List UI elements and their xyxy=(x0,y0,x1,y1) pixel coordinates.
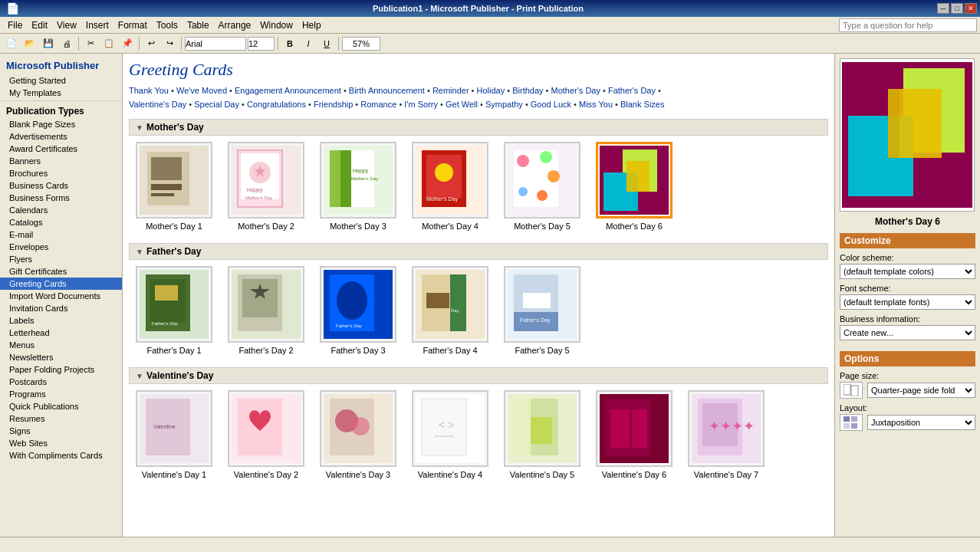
link-birthday[interactable]: Birthday xyxy=(512,86,543,95)
save-btn[interactable]: 💾 xyxy=(40,35,57,52)
template-valentines-3[interactable]: Valentine's Day 3 xyxy=(316,390,400,479)
link-friendship[interactable]: Friendship xyxy=(314,100,353,109)
sidebar-item-signs[interactable]: Signs xyxy=(0,425,122,437)
link-fathers-day[interactable]: Father's Day xyxy=(608,86,656,95)
sidebar-item-business-forms[interactable]: Business Forms xyxy=(0,192,122,204)
link-thankyou[interactable]: Thank You xyxy=(129,86,169,95)
menu-window[interactable]: Window xyxy=(255,18,298,32)
template-valentines-2[interactable]: Valentine's Day 2 xyxy=(224,390,308,479)
sidebar-item-paper-folding[interactable]: Paper Folding Projects xyxy=(0,363,122,376)
close-button[interactable]: ✕ xyxy=(965,3,977,14)
sidebar-item-web-sites[interactable]: Web Sites xyxy=(0,437,122,449)
print-btn[interactable]: 🖨 xyxy=(58,35,75,52)
font-name-input[interactable] xyxy=(185,37,246,51)
underline-btn[interactable]: U xyxy=(318,35,335,52)
template-mothers-day-5[interactable]: Mother's Day 5 xyxy=(500,142,584,231)
sidebar-item-postcards[interactable]: Postcards xyxy=(0,376,122,388)
menu-table[interactable]: Table xyxy=(183,18,214,32)
sidebar-item-letterhead[interactable]: Letterhead xyxy=(0,327,122,339)
link-reminder[interactable]: Reminder xyxy=(432,86,469,95)
sidebar-item-catalogs[interactable]: Catalogs xyxy=(0,216,122,228)
sidebar-item-my-templates[interactable]: My Templates xyxy=(0,87,122,99)
link-engagement[interactable]: Engagement Announcement xyxy=(235,86,341,95)
cut-btn[interactable]: ✂ xyxy=(82,35,99,52)
sidebar-item-newsletters[interactable]: Newsletters xyxy=(0,351,122,363)
sidebar-item-award-certificates[interactable]: Award Certificates xyxy=(0,143,122,155)
link-good-luck[interactable]: Good Luck xyxy=(531,100,571,109)
template-fathers-day-2[interactable]: Father's Day 2 xyxy=(224,266,308,355)
sidebar-item-invitation-cards[interactable]: Invitation Cards xyxy=(0,302,122,314)
sidebar-item-menus[interactable]: Menus xyxy=(0,339,122,351)
sidebar-item-banners[interactable]: Banners xyxy=(0,155,122,167)
template-valentines-5[interactable]: Valentine's Day 5 xyxy=(500,390,584,479)
template-fathers-day-3[interactable]: Father's Day Father's Day 3 xyxy=(316,266,400,355)
template-valentines-7[interactable]: ✦✦✦✦ Valentine's Day 7 xyxy=(684,390,768,479)
template-fathers-day-5[interactable]: Father's Day Father's Day 5 xyxy=(500,266,584,355)
sidebar-item-business-cards[interactable]: Business Cards xyxy=(0,179,122,192)
link-im-sorry[interactable]: I'm Sorry xyxy=(404,100,438,109)
sidebar-item-calendars[interactable]: Calendars xyxy=(0,204,122,216)
link-miss-you[interactable]: Miss You xyxy=(579,100,613,109)
template-valentines-1[interactable]: Valentine Valentine's Day 1 xyxy=(132,390,216,479)
sidebar-item-with-compliments[interactable]: With Compliments Cards xyxy=(0,449,122,462)
link-birth[interactable]: Birth Announcement xyxy=(349,86,425,95)
minimize-button[interactable]: ─ xyxy=(937,3,949,14)
menu-arrange[interactable]: Arrange xyxy=(214,18,256,32)
template-valentines-4[interactable]: < > Valentine's Day 4 xyxy=(408,390,492,479)
template-mothers-day-1[interactable]: Mother's Day 1 xyxy=(132,142,216,231)
menu-tools[interactable]: Tools xyxy=(152,18,183,32)
help-search-input[interactable] xyxy=(839,18,977,32)
template-mothers-day-4[interactable]: Mother's Day Mother's Day 4 xyxy=(408,142,492,231)
menu-file[interactable]: File xyxy=(3,18,27,32)
menu-format[interactable]: Format xyxy=(113,18,152,32)
undo-btn[interactable]: ↩ xyxy=(143,35,159,52)
link-congratulations[interactable]: Congratulations xyxy=(247,100,306,109)
template-mothers-day-6[interactable]: Mother's Day 6 xyxy=(592,142,676,231)
link-special-day[interactable]: Special Day xyxy=(194,100,239,109)
sidebar-item-blank-page-sizes[interactable]: Blank Page Sizes xyxy=(0,118,122,130)
template-fathers-day-4[interactable]: Day Father's Day 4 xyxy=(408,266,492,355)
link-wevemoved[interactable]: We've Moved xyxy=(176,86,227,95)
link-holiday[interactable]: Holiday xyxy=(477,86,505,95)
sidebar-item-brochures[interactable]: Brochures xyxy=(0,167,122,179)
link-sympathy[interactable]: Sympathy xyxy=(485,100,523,109)
sidebar-item-resumes[interactable]: Resumes xyxy=(0,412,122,425)
template-mothers-day-3[interactable]: Happy Mother's Day Mother's Day 3 xyxy=(316,142,400,231)
sidebar-item-programs[interactable]: Programs xyxy=(0,388,122,400)
business-info-select[interactable]: Create new... xyxy=(840,325,975,340)
sidebar-item-greeting-cards[interactable]: Greeting Cards xyxy=(0,278,122,290)
fathers-day-section-header[interactable]: ▼ Father's Day xyxy=(129,243,828,260)
mothers-day-section-header[interactable]: ▼ Mother's Day xyxy=(129,119,828,136)
layout-select[interactable]: Juxtaposition xyxy=(867,415,975,430)
sidebar-item-gift-certificates[interactable]: Gift Certificates xyxy=(0,265,122,278)
sidebar-item-flyers[interactable]: Flyers xyxy=(0,253,122,265)
zoom-input[interactable] xyxy=(342,37,380,51)
sidebar-item-advertisements[interactable]: Advertisements xyxy=(0,130,122,143)
link-romance[interactable]: Romance xyxy=(360,100,396,109)
valentines-day-section-header[interactable]: ▼ Valentine's Day xyxy=(129,367,828,384)
paste-btn[interactable]: 📌 xyxy=(119,35,136,52)
page-size-select[interactable]: Quarter-page side fold xyxy=(867,383,975,398)
sidebar-item-quick-publications[interactable]: Quick Publications xyxy=(0,400,122,412)
link-valentines[interactable]: Valentine's Day xyxy=(129,100,186,109)
link-mothers-day[interactable]: Mother's Day xyxy=(551,86,600,95)
font-scheme-select[interactable]: (default template fonts) xyxy=(840,294,975,310)
new-btn[interactable]: 📄 xyxy=(3,35,20,52)
sidebar-item-import-word[interactable]: Import Word Documents xyxy=(0,290,122,302)
color-scheme-select[interactable]: (default template colors) xyxy=(840,264,975,279)
menu-help[interactable]: Help xyxy=(298,18,326,32)
template-mothers-day-2[interactable]: Happy Mother's Day Mother's Day 2 xyxy=(224,142,308,231)
sidebar-item-getting-started[interactable]: Getting Started xyxy=(0,74,122,87)
menu-edit[interactable]: Edit xyxy=(27,18,52,32)
link-get-well[interactable]: Get Well xyxy=(446,100,478,109)
redo-btn[interactable]: ↪ xyxy=(161,35,178,52)
sidebar-item-envelopes[interactable]: Envelopes xyxy=(0,241,122,253)
open-btn[interactable]: 📂 xyxy=(21,35,38,52)
link-blank-sizes[interactable]: Blank Sizes xyxy=(620,100,664,109)
maximize-button[interactable]: □ xyxy=(951,3,963,14)
menu-view[interactable]: View xyxy=(52,18,81,32)
template-fathers-day-1[interactable]: Father's Day Father's Day 1 xyxy=(132,266,216,355)
font-size-input[interactable] xyxy=(248,37,275,51)
copy-btn[interactable]: 📋 xyxy=(100,35,117,52)
menu-insert[interactable]: Insert xyxy=(81,18,113,32)
